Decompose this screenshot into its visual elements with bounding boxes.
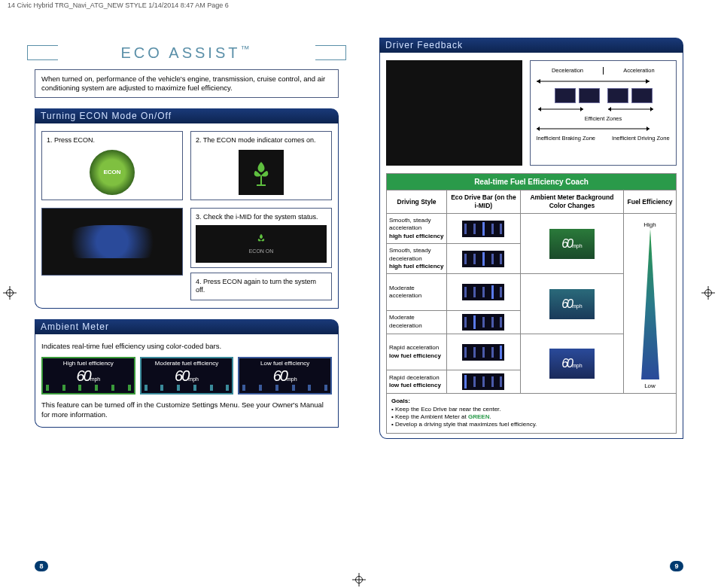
coach-h2: Eco Drive Bar (on the i-MID) [447,190,521,214]
registration-mark-bottom [352,573,366,586]
section-header-ambient: Ambient Meter [35,319,339,334]
goal-2-green: GREEN [468,413,489,420]
coach-title: Real-time Fuel Efficiency Coach [387,174,677,190]
ambient-high: High fuel efficiency 60mph [41,357,135,395]
registration-mark-left [3,286,17,300]
speed-readout-2: 60mph [175,368,199,383]
eff-high: High [626,221,674,229]
ambient-moderate: Moderate fuel efficiency 60mph [140,357,234,395]
eco-assist-title: ECO ASSIST™ [35,44,339,62]
speed-readout-3: 60mph [273,368,297,383]
coach-h1: Driving Style [387,190,447,214]
zone-block [579,88,600,103]
step-2-text: 2. The ECON mode indicator comes on. [196,136,327,145]
print-header: 14 Civic Hybrid TRG_Navi_ATG_NEW STYLE 1… [0,0,718,11]
goal-3: Develop a driving style that maximizes f… [395,421,537,428]
zone-ineff-drive-label: Inefficient Driving Zone [610,135,671,142]
page-right: Driver Feedback Deceleration Acceleratio… [364,15,698,573]
leaf-icon [239,150,284,195]
step-1-text: 1. Press ECON. [47,136,178,145]
zone-decel-label: Deceleration [535,67,600,75]
step-3-cell: 3. Check the i-MID for the system status… [190,208,332,268]
goal-1: Keep the Eco Drive bar near the center. [395,406,501,413]
dashboard-image-2 [386,60,522,166]
step-4-cell: 4. Press ECON again to turn the system o… [190,273,332,300]
title-text: ECO ASSIST [121,44,241,61]
table-row: Smooth, steady accelerationhigh fuel eff… [387,214,677,244]
section-header-driver-feedback: Driver Feedback [379,38,683,53]
econ-on-image: ECON ON [196,225,327,263]
title-tm: ™ [240,44,252,54]
registration-mark-right [701,286,715,300]
intro-box: When turned on, performance of the vehic… [35,69,339,99]
zone-ineff-brake-label: Inefficient Braking Zone [535,135,596,142]
page-left: ECO ASSIST™ When turned on, performance … [20,15,354,573]
coach-h3: Ambient Meter Background Color Changes [520,190,623,214]
zone-block [631,88,653,103]
step-1-cell: 1. Press ECON. ECON [41,131,183,200]
step-2-cell: 2. The ECON mode indicator comes on. [190,131,332,200]
section-body-driver-feedback: Deceleration Acceleration [379,53,683,439]
econ-on-label: ECON ON [249,248,274,254]
step-3-text: 3. Check the i-MID for the system status… [196,213,327,222]
zone-accel-label: Acceleration [607,67,671,75]
page-number-left: 8 [35,561,48,571]
speed-readout-1: 60mph [76,368,100,383]
page-number-right: 9 [670,561,683,571]
goal-2a: Keep the Ambient Meter at [395,413,468,420]
zone-block [555,88,576,103]
zone-block [607,88,628,103]
efficiency-gradient-icon [640,229,660,379]
coach-table: Real-time Fuel Efficiency Coach Driving … [386,173,677,394]
zone-efficient-label: Efficient Zones [535,115,671,123]
section-header-econ-mode: Turning ECON Mode On/Off [35,108,339,123]
coach-h4: Fuel Efficiency [624,190,677,214]
section-body-ambient: Indicates real-time fuel efficiency usin… [35,334,339,428]
dashboard-image-1 [41,208,183,276]
eff-low: Low [626,382,674,390]
spread: ECO ASSIST™ When turned on, performance … [20,15,698,573]
ambient-note: This feature can be turned off in the Cu… [41,401,332,419]
goals-box: Goals: • Keep the Eco Drive bar near the… [386,394,677,434]
zone-diagram: Deceleration Acceleration [530,60,677,166]
section-body-econ-mode: 1. Press ECON. ECON 2. The ECON mode ind… [35,123,339,309]
goals-title: Goals: [391,398,410,404]
ambient-low: Low fuel efficiency 60mph [238,357,332,395]
econ-button-image: ECON [90,150,135,195]
ambient-intro: Indicates real-time fuel efficiency usin… [41,342,332,351]
